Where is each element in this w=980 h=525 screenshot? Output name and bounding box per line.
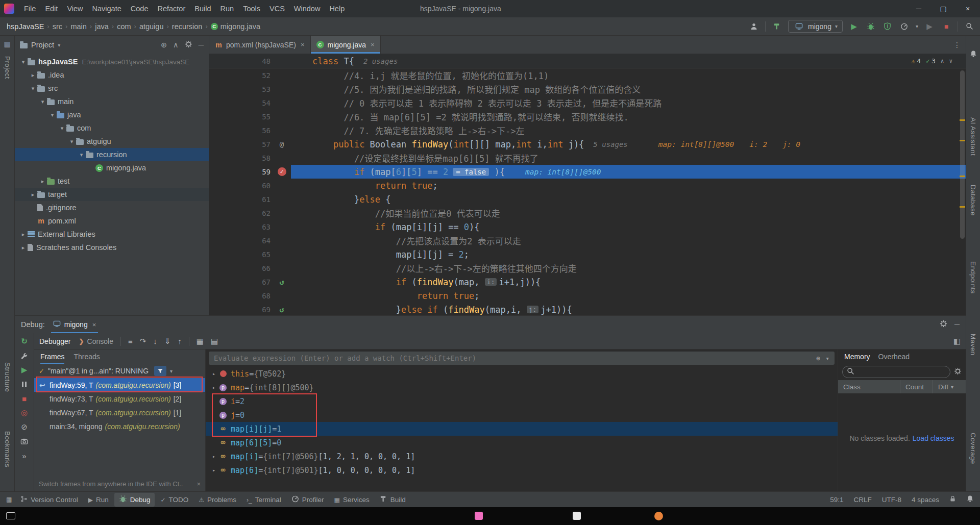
sticky-header-line[interactable]: 48class T{2 usages⚠4✓3∧∨ xyxy=(209,54,966,68)
menu-code[interactable]: Code xyxy=(126,2,153,15)
menu-run[interactable]: Run xyxy=(216,2,239,15)
variable-row-j[interactable]: pj = 0 xyxy=(206,408,838,422)
tree-item-scratches-and-consoles[interactable]: ▸Scratches and Consoles xyxy=(15,241,209,254)
sidebar-item-ai-assistant[interactable]: AI Assistant xyxy=(969,117,977,156)
statusbar-indicator-4-spaces[interactable]: 4 spaces xyxy=(912,496,939,504)
sidebar-item-coverage[interactable]: Coverage xyxy=(969,433,977,464)
tree-item-atguigu[interactable]: ▾atguigu xyxy=(15,135,209,148)
code-line-68[interactable]: 68 return true; xyxy=(209,289,966,303)
line-number[interactable]: 57 xyxy=(209,140,273,148)
settings-gear-icon[interactable] xyxy=(185,40,192,49)
expand-chevron-icon[interactable]: ▸ xyxy=(210,385,218,390)
warning-stripe-mark[interactable] xyxy=(960,119,965,121)
tree-item-recursion[interactable]: ▾recursion xyxy=(15,148,209,161)
close-icon[interactable]: × xyxy=(197,480,201,488)
run-config-selector[interactable]: migong ▾ xyxy=(788,20,843,33)
maximize-button[interactable]: ▢ xyxy=(931,0,955,17)
line-number[interactable]: 63 xyxy=(209,223,273,231)
pause-icon[interactable] xyxy=(20,380,29,389)
search-everywhere-icon[interactable] xyxy=(964,21,975,32)
tree-item-com[interactable]: ▾com xyxy=(15,121,209,135)
warning-icon[interactable]: ⚠4 xyxy=(911,57,921,65)
code-line-59[interactable]: 59✓ if (map[6][5] == 2= false ){map: int… xyxy=(209,165,966,179)
editor-tab-migong-java[interactable]: Cmigong.java× xyxy=(311,36,381,54)
chevron-down-icon[interactable]: ▾ xyxy=(916,23,918,29)
code-line-62[interactable]: 62 //如果当前位置是0 代表可以走 xyxy=(209,206,966,220)
tree-item--idea[interactable]: ▸.idea xyxy=(15,68,209,82)
statusbar-item-todo[interactable]: ✓TODO xyxy=(156,493,193,507)
stop-button[interactable]: ■ xyxy=(941,21,952,32)
breadcrumb-item-java[interactable]: java xyxy=(93,21,110,32)
menu-refactor[interactable]: Refactor xyxy=(153,2,190,15)
more-icon[interactable]: » xyxy=(20,451,29,460)
line-number[interactable]: 67 xyxy=(209,278,273,286)
breadcrumb-item-atguigu[interactable]: atguigu xyxy=(138,21,165,32)
tool-window-switcher-icon[interactable]: ▦ xyxy=(4,40,10,48)
view-as-table-icon[interactable]: ▦ xyxy=(197,337,204,346)
variable-row-map-i--j-[interactable]: ∞map[i][j] = 1 xyxy=(206,422,838,436)
tree-item-java[interactable]: ▾java xyxy=(15,108,209,121)
menu-window[interactable]: Window xyxy=(289,2,325,15)
force-step-into-icon[interactable]: ⇓ xyxy=(164,337,171,346)
rerun-icon[interactable]: ↻ xyxy=(20,337,29,346)
editor-tab-pom-xml--hspjavase-[interactable]: mpom.xml (hspJavaSE)× xyxy=(209,36,311,54)
code-line-60[interactable]: 60 return true; xyxy=(209,179,966,192)
tree-chevron-icon[interactable]: ▸ xyxy=(29,191,37,198)
wrench-icon[interactable] xyxy=(20,351,29,360)
statusbar-indicator-utf-8[interactable]: UTF-8 xyxy=(882,496,901,504)
breakpoint-icon[interactable]: ✓ xyxy=(278,167,286,176)
code-line-67[interactable]: 67↺ if (findWay(map, i:i+1,j)){ xyxy=(209,275,966,289)
layout-settings-icon[interactable]: ≡ xyxy=(128,337,133,345)
rerun-button-disabled[interactable]: ▶ xyxy=(924,21,935,32)
prev-issue-icon[interactable]: ∧ xyxy=(941,58,944,64)
memory-search-input[interactable] xyxy=(842,366,950,378)
tree-item-target[interactable]: ▸target xyxy=(15,188,209,201)
memory-column-diff[interactable]: Diff▾ xyxy=(933,380,966,393)
tree-item-hspjavase[interactable]: ▾hspJavaSEE:\workplace01\javaSE\hspJavaS… xyxy=(15,55,209,68)
sidebar-item-database[interactable]: Database xyxy=(969,185,977,216)
tree-chevron-icon[interactable]: ▾ xyxy=(48,112,57,118)
code-line-69[interactable]: 69↺ }else if (findWay(map,i, j:j+1)){ xyxy=(209,303,966,315)
code-line-55[interactable]: 55 //6. 当 map[6][5] =2 就说明找到通路,就可以结束, 否则… xyxy=(209,110,966,123)
code-line-61[interactable]: 61 }else { xyxy=(209,192,966,206)
taskbar-window-icon[interactable] xyxy=(6,512,15,519)
tab-memory[interactable]: Memory xyxy=(844,353,870,361)
scrollbar-thumb[interactable] xyxy=(960,70,965,239)
warning-stripe-mark[interactable] xyxy=(960,140,965,141)
menu-file[interactable]: File xyxy=(19,2,40,15)
filter-funnel-icon[interactable] xyxy=(154,366,166,376)
close-icon[interactable]: × xyxy=(92,321,96,329)
statusbar-item-terminal[interactable]: ›_Terminal xyxy=(242,493,286,507)
debug-button[interactable] xyxy=(865,21,876,32)
tab-threads[interactable]: Threads xyxy=(74,349,100,364)
frame-row-3[interactable]: main:34, migong (com.atguigu.recursion) xyxy=(34,419,205,433)
breadcrumb-item-recursion[interactable]: recursion xyxy=(170,21,204,32)
menu-view[interactable]: View xyxy=(62,2,87,15)
statusbar-item-debug[interactable]: Debug xyxy=(114,493,155,507)
hide-panel-icon[interactable]: ─ xyxy=(199,41,204,49)
line-number[interactable]: 66 xyxy=(209,264,273,272)
hide-panel-icon[interactable]: ─ xyxy=(954,320,960,329)
tool-window-toggle-icon[interactable]: ▦ xyxy=(6,496,12,503)
step-out-icon[interactable]: ↑ xyxy=(178,337,182,345)
tree-chevron-icon[interactable]: ▸ xyxy=(19,231,28,238)
chevron-down-icon[interactable]: ▾ xyxy=(58,42,60,48)
line-number[interactable]: 54 xyxy=(209,99,273,107)
taskbar-app-icon[interactable] xyxy=(573,512,581,520)
expand-chevron-icon[interactable]: ▸ xyxy=(210,467,218,473)
thread-row[interactable]: ✓ "main"@1 in g...ain": RUNNING ▾ xyxy=(34,364,205,378)
evaluate-grid-icon[interactable]: ▤ xyxy=(211,337,218,346)
tree-chevron-icon[interactable]: ▾ xyxy=(38,98,47,105)
warning-stripe-mark[interactable] xyxy=(960,206,965,208)
tab-options-icon[interactable]: ⋮ xyxy=(953,41,961,49)
variable-row-map-6--5-[interactable]: ∞map[6][5] = 0 xyxy=(206,436,838,449)
build-hammer-icon[interactable] xyxy=(771,21,782,32)
menu-help[interactable]: Help xyxy=(325,2,349,15)
breadcrumb-item-hspjavase[interactable]: hspJavaSE xyxy=(5,21,45,32)
run-button[interactable]: ▶ xyxy=(848,21,860,32)
menu-tools[interactable]: Tools xyxy=(238,2,265,15)
line-number[interactable]: 56 xyxy=(209,127,273,135)
load-classes-link[interactable]: Load classes xyxy=(913,434,954,491)
tab-console[interactable]: ❯Console xyxy=(79,337,113,345)
line-number[interactable]: 64 xyxy=(209,237,273,245)
